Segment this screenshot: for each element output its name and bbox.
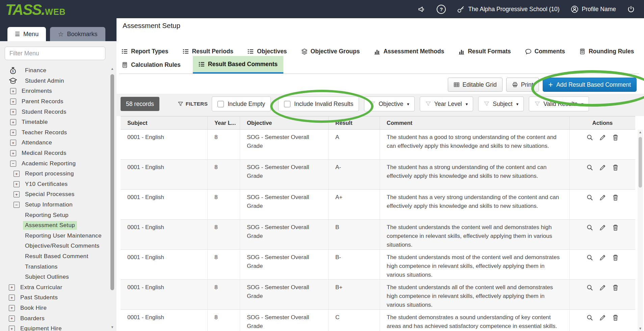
scroll-up-icon[interactable]: ▲: [109, 67, 115, 71]
print-button[interactable]: Print: [506, 78, 539, 92]
help-icon[interactable]: ?: [437, 5, 446, 14]
view-icon[interactable]: [586, 194, 593, 201]
bookmarks-button[interactable]: ☆ Bookmarks: [50, 27, 105, 41]
delete-icon[interactable]: [612, 284, 619, 291]
sidebar-item-student-admin[interactable]: Student Admin: [0, 76, 109, 86]
column-header-objective[interactable]: Objective: [240, 116, 329, 129]
school-selector[interactable]: The Alpha Progressive School (10): [457, 5, 559, 13]
edit-icon[interactable]: [599, 254, 606, 261]
sidebar-item-assessment-setup[interactable]: Assessment Setup: [0, 220, 109, 231]
expander-icon[interactable]: +: [9, 305, 15, 311]
view-icon[interactable]: [586, 314, 593, 321]
sidebar-item-objective-result-comments[interactable]: Objective/Result Comments: [0, 241, 109, 251]
tab-result-formats[interactable]: Result Formats: [458, 48, 511, 55]
expander-icon[interactable]: +: [10, 119, 16, 125]
sidebar-item-enrolments[interactable]: + Enrolments: [0, 86, 109, 96]
delete-icon[interactable]: [612, 224, 619, 231]
sidebar-item-teacher-records[interactable]: + Teacher Records: [0, 128, 109, 138]
delete-icon[interactable]: [612, 314, 619, 321]
scroll-up-icon[interactable]: ▲: [638, 130, 643, 134]
sidebar-item-reporting-setup[interactable]: Reporting Setup: [0, 210, 109, 220]
tab-result-based-comments[interactable]: Result Based Comments: [193, 56, 283, 74]
view-icon[interactable]: [586, 224, 593, 231]
column-header-subject[interactable]: Subject: [121, 116, 208, 129]
sidebar-item-attendance[interactable]: + Attendance: [0, 138, 109, 148]
sidebar-item-academic-reporting[interactable]: − Academic Reporting: [0, 158, 109, 169]
sidebar-item-y10-certificates[interactable]: + Y10 Certificates: [0, 179, 109, 190]
table-scrollbar-thumb[interactable]: [639, 137, 642, 188]
sidebar-item-result-based-comment[interactable]: Result Based Comment: [0, 251, 109, 262]
scroll-down-icon[interactable]: ▼: [638, 327, 643, 330]
include-invalid-results-checkbox[interactable]: Include Invalid Results: [278, 96, 359, 111]
tab-objective-groups[interactable]: Objective Groups: [301, 48, 360, 55]
column-header-year-level[interactable]: Year L...: [208, 116, 240, 129]
expander-icon[interactable]: +: [9, 315, 15, 322]
sidebar-item-past-students[interactable]: + Past Students: [0, 293, 109, 303]
table-scrollbar[interactable]: ▲ ▼: [638, 130, 643, 331]
sidebar-item-extra-curricular[interactable]: + Extra Curricular: [0, 282, 109, 293]
edit-icon[interactable]: [599, 194, 606, 201]
expander-icon[interactable]: +: [14, 171, 20, 177]
column-header-result[interactable]: Result: [329, 116, 380, 129]
sidebar-item-equipment-hire[interactable]: + Equipment Hire: [0, 324, 109, 331]
sidebar-item-student-records[interactable]: + Student Records: [0, 107, 109, 117]
editable-grid-button[interactable]: Editable Grid: [448, 78, 503, 92]
expander-icon[interactable]: +: [10, 99, 16, 105]
edit-icon[interactable]: [599, 134, 606, 141]
tab-objectives[interactable]: Objectives: [248, 48, 287, 55]
expander-icon[interactable]: +: [14, 181, 20, 187]
view-icon[interactable]: [586, 164, 593, 171]
add-result-based-comment-button[interactable]: + Add Result Based Comment: [543, 78, 637, 92]
sidebar-item-subject-outlines[interactable]: Subject Outlines: [0, 272, 109, 282]
sidebar-item-medical-records[interactable]: + Medical Records: [0, 148, 109, 159]
expander-icon[interactable]: +: [10, 109, 16, 115]
delete-icon[interactable]: [612, 194, 619, 201]
expander-icon[interactable]: +: [10, 130, 16, 136]
filter-menu-input[interactable]: [5, 47, 105, 60]
sidebar-item-parent-records[interactable]: + Parent Records: [0, 96, 109, 107]
edit-icon[interactable]: [599, 284, 606, 291]
view-icon[interactable]: [586, 284, 593, 291]
column-header-comment[interactable]: Comment: [380, 116, 570, 129]
sidebar-scrollbar[interactable]: ▲ ▼: [109, 66, 115, 330]
valid-results-filter-dropdown[interactable]: Valid Results ▾: [529, 96, 589, 111]
expander-icon[interactable]: +: [9, 284, 15, 291]
scroll-down-icon[interactable]: ▼: [109, 325, 115, 329]
expander-icon[interactable]: +: [14, 191, 20, 197]
edit-icon[interactable]: [599, 314, 606, 321]
edit-icon[interactable]: [599, 224, 606, 231]
delete-icon[interactable]: [612, 134, 619, 141]
sidebar-item-report-processing[interactable]: + Report processing: [0, 169, 109, 179]
tab-assessment-methods[interactable]: Assessment Methods: [374, 48, 444, 55]
year-level-filter-dropdown[interactable]: Year Level ▾: [420, 96, 473, 111]
profile-menu[interactable]: Profile Name: [570, 5, 616, 13]
expander-icon[interactable]: +: [9, 295, 15, 301]
sidebar-item-book-hire[interactable]: + Book Hire: [0, 303, 109, 313]
sidebar-item-setup-information[interactable]: − Setup Information: [0, 200, 109, 210]
include-empty-checkbox[interactable]: Include Empty: [212, 96, 271, 111]
delete-icon[interactable]: [612, 164, 619, 171]
tab-report-types[interactable]: Report Types: [122, 48, 169, 55]
expander-icon[interactable]: −: [10, 161, 16, 167]
expander-icon[interactable]: +: [10, 88, 16, 94]
sidebar-scrollbar-thumb[interactable]: [110, 74, 114, 290]
view-icon[interactable]: [586, 134, 593, 141]
tab-calculation-rules[interactable]: Calculation Rules: [122, 61, 181, 68]
tab-comments[interactable]: Comments: [525, 48, 565, 55]
sidebar-item-reporting-user-maintenance[interactable]: Reporting User Maintenance: [0, 231, 109, 241]
expander-icon[interactable]: +: [10, 140, 16, 146]
view-icon[interactable]: [586, 254, 593, 261]
sidebar-item-special-processes[interactable]: + Special Processes: [0, 189, 109, 200]
sidebar-item-finance[interactable]: $ Finance: [0, 65, 109, 76]
delete-icon[interactable]: [612, 254, 619, 261]
sidebar-item-boarders[interactable]: + Boarders: [0, 313, 109, 324]
expander-icon[interactable]: +: [10, 150, 16, 156]
announcements-icon[interactable]: [417, 5, 426, 13]
sidebar-item-translations[interactable]: Translations: [0, 261, 109, 272]
expander-icon[interactable]: −: [14, 202, 20, 208]
expander-icon[interactable]: +: [9, 326, 15, 331]
subject-filter-dropdown[interactable]: Subject ▾: [478, 96, 524, 111]
menu-button[interactable]: ☰ Menu: [7, 27, 46, 41]
edit-icon[interactable]: [599, 164, 606, 171]
logout-icon[interactable]: [627, 5, 635, 13]
